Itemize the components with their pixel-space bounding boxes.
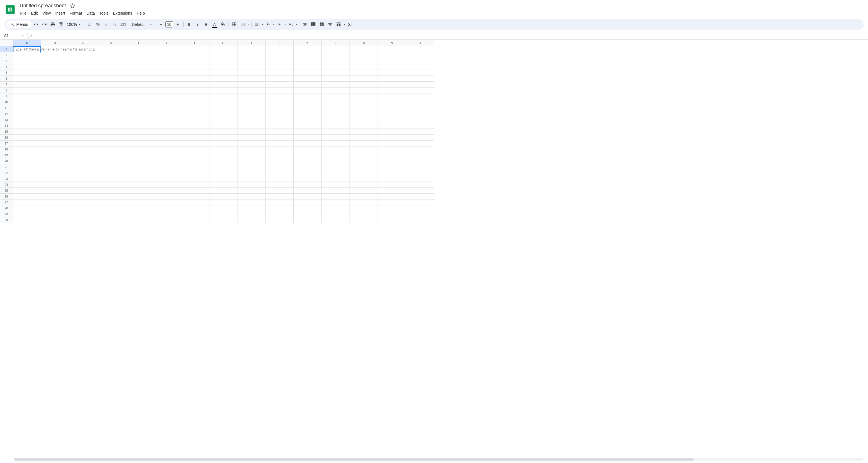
cell[interactable]: [41, 123, 69, 129]
cell[interactable]: [153, 129, 181, 135]
cell[interactable]: [153, 52, 181, 58]
cell[interactable]: [350, 188, 378, 194]
row-header[interactable]: 3: [0, 58, 13, 64]
cell[interactable]: [210, 194, 238, 199]
cell[interactable]: [69, 58, 97, 64]
cell[interactable]: [69, 64, 97, 70]
cell[interactable]: [238, 117, 266, 123]
cell[interactable]: [322, 217, 350, 223]
cell[interactable]: [378, 158, 406, 164]
cell[interactable]: [97, 152, 125, 158]
cell[interactable]: [97, 70, 125, 76]
cell[interactable]: [266, 135, 293, 141]
print-button[interactable]: [49, 21, 57, 28]
cell[interactable]: [41, 211, 69, 217]
column-header[interactable]: J: [266, 40, 293, 46]
cell[interactable]: [97, 182, 125, 188]
app-logo[interactable]: [4, 4, 16, 15]
cell[interactable]: [210, 88, 238, 94]
cell[interactable]: [41, 205, 69, 211]
cell[interactable]: [125, 94, 153, 99]
cell[interactable]: [322, 81, 350, 88]
cell[interactable]: [238, 199, 266, 205]
cell[interactable]: [293, 135, 322, 141]
row-header[interactable]: 10: [0, 99, 13, 105]
zoom-select[interactable]: 100% ▼: [66, 21, 82, 28]
cell[interactable]: [266, 129, 293, 135]
cell[interactable]: [350, 182, 378, 188]
cell[interactable]: [210, 81, 238, 88]
cell[interactable]: [266, 117, 293, 123]
cell[interactable]: [350, 88, 378, 94]
menu-file[interactable]: File: [18, 10, 29, 16]
cell[interactable]: [69, 99, 97, 105]
cell[interactable]: [406, 194, 434, 199]
cell[interactable]: [97, 194, 125, 199]
strikethrough-button[interactable]: S: [202, 21, 210, 28]
cell[interactable]: [238, 158, 266, 164]
cell[interactable]: [41, 158, 69, 164]
cell[interactable]: [181, 52, 210, 58]
cell[interactable]: [406, 81, 434, 88]
cell[interactable]: [238, 99, 266, 105]
cell[interactable]: [350, 194, 378, 199]
cell[interactable]: [293, 46, 322, 52]
cell[interactable]: [322, 164, 350, 170]
cell[interactable]: [125, 211, 153, 217]
cell[interactable]: [293, 105, 322, 111]
cell[interactable]: [181, 123, 210, 129]
cell[interactable]: [350, 176, 378, 182]
cell[interactable]: [293, 170, 322, 176]
cell[interactable]: [406, 188, 434, 194]
cell[interactable]: [41, 129, 69, 135]
cell[interactable]: [153, 123, 181, 129]
cell[interactable]: [153, 64, 181, 70]
cell[interactable]: [13, 135, 41, 141]
cell[interactable]: [69, 123, 97, 129]
cell[interactable]: [406, 117, 434, 123]
cell[interactable]: [41, 135, 69, 141]
cell[interactable]: [350, 94, 378, 99]
cell[interactable]: [41, 88, 69, 94]
cell[interactable]: [406, 199, 434, 205]
cell[interactable]: [266, 52, 293, 58]
cell[interactable]: [41, 164, 69, 170]
cell[interactable]: [378, 76, 406, 81]
cell[interactable]: [41, 99, 69, 105]
cell[interactable]: [125, 76, 153, 81]
cell[interactable]: [238, 205, 266, 211]
cell[interactable]: [69, 129, 97, 135]
cell[interactable]: [266, 70, 293, 76]
currency-button[interactable]: £: [86, 21, 93, 28]
star-icon[interactable]: [70, 3, 75, 9]
cell[interactable]: [210, 211, 238, 217]
cell[interactable]: [293, 111, 322, 117]
cell[interactable]: [41, 217, 69, 223]
cell[interactable]: [125, 164, 153, 170]
cell[interactable]: [41, 117, 69, 123]
insert-chart-button[interactable]: [318, 21, 326, 28]
cell[interactable]: [238, 76, 266, 81]
cell[interactable]: [378, 205, 406, 211]
decrease-font-button[interactable]: −: [157, 21, 165, 28]
cell[interactable]: [69, 194, 97, 199]
cell[interactable]: [350, 146, 378, 152]
cell[interactable]: [406, 135, 434, 141]
cell[interactable]: [13, 176, 41, 182]
cell[interactable]: [406, 70, 434, 76]
borders-button[interactable]: [230, 21, 238, 28]
cell[interactable]: [350, 170, 378, 176]
cell[interactable]: [69, 182, 97, 188]
row-header[interactable]: 17: [0, 141, 13, 146]
insert-link-button[interactable]: [301, 21, 309, 28]
cell[interactable]: [210, 64, 238, 70]
cell[interactable]: [406, 217, 434, 223]
cell[interactable]: [41, 52, 69, 58]
cell[interactable]: [153, 194, 181, 199]
cell[interactable]: [153, 158, 181, 164]
cell[interactable]: [97, 164, 125, 170]
cell[interactable]: [97, 99, 125, 105]
menu-view[interactable]: View: [40, 10, 53, 16]
cell[interactable]: [350, 117, 378, 123]
cell[interactable]: [322, 99, 350, 105]
